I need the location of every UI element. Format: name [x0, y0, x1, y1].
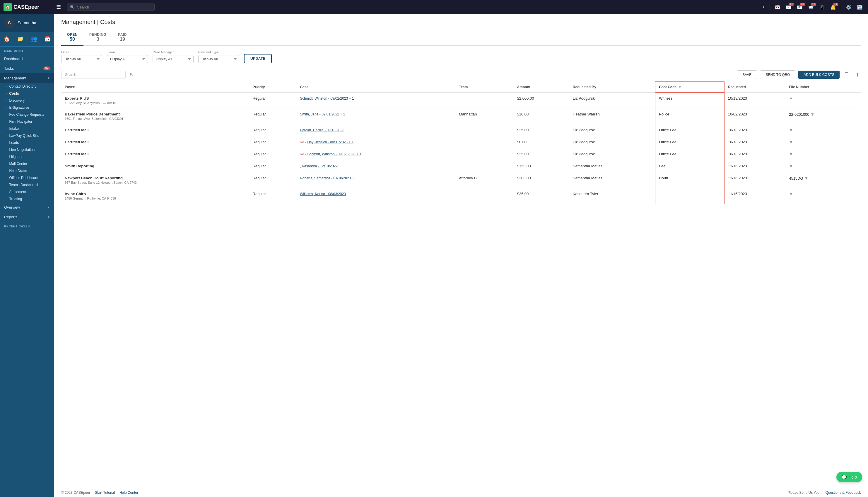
- case-manager-filter-select[interactable]: Display All: [152, 55, 194, 63]
- sidebar-people-icon[interactable]: 👥: [30, 34, 38, 43]
- filter-icon-button[interactable]: ⛉: [842, 71, 851, 79]
- row-dropdown-arrow[interactable]: ▼: [789, 191, 793, 196]
- add-button[interactable]: +: [761, 3, 767, 11]
- row-dropdown-arrow[interactable]: ▼: [789, 128, 793, 132]
- sidebar-item-reports[interactable]: Reports ▼: [0, 212, 54, 222]
- cell-payee: Experts R US 121223 Any St. Anytown, CO …: [61, 92, 249, 109]
- sidebar-item-contact-directory[interactable]: Contact Directory: [0, 83, 54, 90]
- notifications-button[interactable]: 🔔 17: [828, 3, 838, 11]
- row-dropdown-arrow[interactable]: ▼: [789, 164, 793, 169]
- add-bulk-costs-button[interactable]: ADD BULK COSTS: [798, 71, 840, 79]
- table-body: Experts R US 121223 Any St. Anytown, CO …: [61, 92, 861, 204]
- sidebar-item-overview[interactable]: Overview ▼: [0, 202, 54, 212]
- export-icon-button[interactable]: ⬆: [854, 71, 861, 79]
- sidebar-item-costs[interactable]: Costs: [0, 90, 54, 97]
- cell-priority: Regular: [249, 136, 297, 148]
- case-link[interactable]: Schmidt, Winston - 09/02/2023 + 1: [300, 96, 354, 100]
- feedback-link[interactable]: Questions & Feedback: [825, 491, 861, 495]
- tab-open[interactable]: OPEN 50: [61, 30, 84, 46]
- payee-name: Irvine Chiro: [65, 191, 246, 196]
- cell-file-number: ▼: [785, 136, 861, 148]
- sidebar-item-firm-navigator[interactable]: Firm Navigator: [0, 118, 54, 125]
- payee-name: Bakersfield Police Department: [65, 112, 246, 116]
- case-link[interactable]: Parekh, Cecilia - 09/10/2023: [300, 128, 344, 132]
- cell-requested: 10/13/2023: [724, 136, 785, 148]
- email-button-2[interactable]: 📧 25: [795, 3, 805, 11]
- sidebar-item-tasks[interactable]: Tasks 92: [0, 63, 54, 73]
- nav-divider-1: [769, 3, 770, 11]
- send-to-qbo-button[interactable]: SEND TO QBO: [760, 70, 795, 79]
- tab-paid[interactable]: PAID 19: [112, 30, 133, 46]
- search-input[interactable]: [77, 5, 151, 9]
- tab-paid-label: PAID: [118, 32, 127, 37]
- sidebar-item-treating[interactable]: Treating: [0, 196, 54, 202]
- team-filter-select[interactable]: Display All: [107, 55, 148, 63]
- cell-requested: 11/15/2023: [724, 188, 785, 204]
- sidebar-nav-icons: 🏠 📁 👥 📅: [0, 32, 54, 46]
- sidebar-folder-icon[interactable]: 📁: [16, 34, 25, 43]
- sidebar-item-teams-dashboard[interactable]: Teams Dashboard: [0, 181, 54, 188]
- table-header-row: Payee Priority Case Team Amount Requeste…: [61, 82, 861, 92]
- col-cost-code[interactable]: Cost Code ⊙: [655, 82, 724, 92]
- app-name: CASEpeer: [13, 4, 39, 10]
- office-filter-select[interactable]: Display All: [61, 55, 102, 63]
- case-link[interactable]: Schmidt, Winston - 09/02/2023 + 1: [307, 152, 361, 156]
- email-button-1[interactable]: ✉️ 92: [784, 3, 793, 11]
- settings-button[interactable]: ⚙️: [844, 3, 853, 11]
- case-link[interactable]: Day, Jessica - 08/31/2023 + 1: [307, 140, 353, 144]
- sidebar-home-icon[interactable]: 🏠: [2, 34, 11, 43]
- case-link[interactable]: Williams, Karina - 08/03/2023: [300, 192, 346, 196]
- table-container: Payee Priority Case Team Amount Requeste…: [54, 82, 868, 488]
- sidebar-item-lien-negotiations[interactable]: Lien Negotiations: [0, 146, 54, 153]
- cell-cost-code: Police: [655, 109, 724, 124]
- case-link[interactable]: Smith, Jane - 02/01/2022 + 2: [300, 112, 345, 116]
- row-dropdown-arrow[interactable]: ▼: [789, 96, 793, 101]
- tasks-badge: 92: [43, 67, 50, 70]
- calendar-button[interactable]: 📅: [773, 3, 782, 11]
- sidebar-item-offices-dashboard[interactable]: Offices Dashboard: [0, 174, 54, 181]
- search-box[interactable]: 🔍: [67, 3, 155, 11]
- tab-pending[interactable]: PENDING 3: [84, 30, 112, 46]
- sidebar-item-litigation[interactable]: Litigation: [0, 153, 54, 160]
- sidebar-calendar-icon[interactable]: 📅: [43, 34, 52, 43]
- start-tutorial-link[interactable]: Start Tutorial: [95, 491, 115, 495]
- sidebar-item-fee-change-requests[interactable]: Fee Change Requests: [0, 111, 54, 118]
- case-link[interactable]: , Kasandra - 12/19/2022: [300, 164, 338, 168]
- payment-type-filter-select[interactable]: Display All: [198, 55, 239, 63]
- sidebar-item-note-drafts[interactable]: Note Drafts: [0, 167, 54, 174]
- search-icon: 🔍: [70, 5, 75, 9]
- refresh-button[interactable]: ↻: [129, 71, 135, 79]
- cell-payee: Certified Mail: [61, 124, 249, 136]
- case-link[interactable]: Roberts, Samantha - 01/18/2023 + 1: [300, 176, 357, 180]
- row-dropdown-arrow[interactable]: ▼: [810, 112, 814, 117]
- mobile-button[interactable]: 📱: [817, 3, 827, 11]
- sidebar-item-lawpay[interactable]: LawPay Quick Bills: [0, 132, 54, 139]
- hamburger-menu-button[interactable]: ☰: [54, 3, 63, 11]
- sidebar-item-settlement[interactable]: Settlement: [0, 188, 54, 196]
- table-row: Newport Beach Court Reporting 567 Bay St…: [61, 172, 861, 188]
- table-search-input[interactable]: [61, 71, 126, 79]
- logout-button[interactable]: ↩️: [855, 3, 865, 11]
- help-button[interactable]: 💬 Help: [836, 472, 862, 482]
- sidebar-item-leads[interactable]: Leads: [0, 139, 54, 146]
- sidebar-item-management[interactable]: Management ▼: [0, 73, 54, 83]
- row-dropdown-arrow[interactable]: ▼: [789, 152, 793, 156]
- sidebar-item-dashboard[interactable]: Dashboard: [0, 54, 54, 63]
- sidebar-item-e-signatures[interactable]: E-Signatures: [0, 104, 54, 111]
- row-dropdown-arrow[interactable]: ▼: [789, 140, 793, 144]
- update-button[interactable]: UPDATE: [244, 54, 272, 63]
- mail-button[interactable]: 📨 12: [806, 3, 815, 11]
- col-case: Case: [296, 82, 455, 92]
- payee-address: 121223 Any St. Anytown, CO 80415: [65, 101, 246, 104]
- cell-priority: Regular: [249, 160, 297, 172]
- save-button[interactable]: SAVE: [737, 70, 757, 79]
- cell-requested-by: Liz Podgurski: [569, 148, 655, 160]
- sidebar-item-intake[interactable]: Intake: [0, 125, 54, 132]
- cell-payee: Smith Reporting: [61, 160, 249, 172]
- sidebar-item-mail-center[interactable]: Mail Center: [0, 160, 54, 167]
- row-dropdown-arrow[interactable]: ▼: [804, 176, 808, 181]
- cell-cost-code: Office Fee: [655, 148, 724, 160]
- sidebar-item-discovery[interactable]: Discovery: [0, 97, 54, 104]
- help-center-link[interactable]: Help Center: [119, 491, 138, 495]
- dashboard-label: Dashboard: [4, 57, 23, 61]
